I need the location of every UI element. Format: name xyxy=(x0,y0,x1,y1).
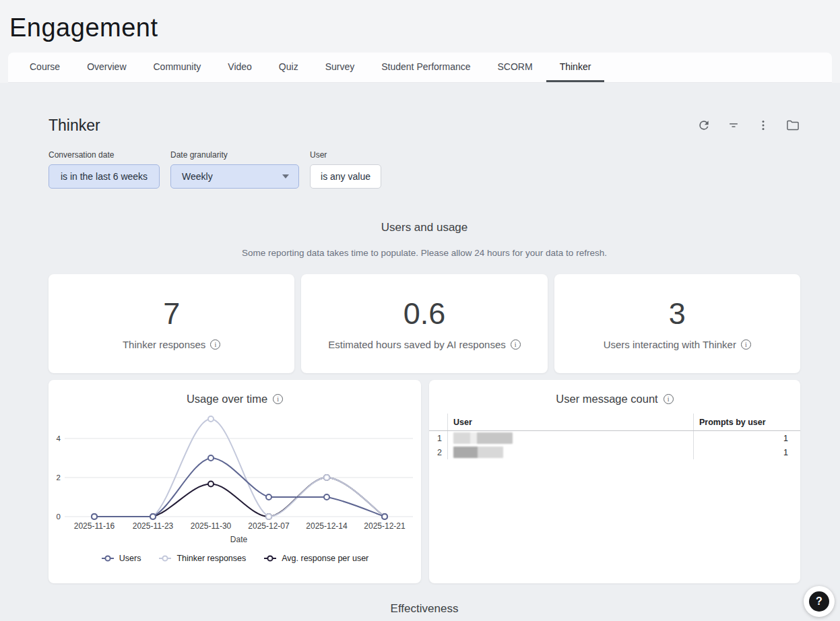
user-message-count-card: User message count i User Prompts by use… xyxy=(429,380,800,583)
filter-bar: Conversation date is in the last 6 weeks… xyxy=(49,150,800,189)
kpi-value: 3 xyxy=(669,297,686,331)
tab-quiz[interactable]: Quiz xyxy=(265,53,312,82)
tab-course[interactable]: Course xyxy=(16,53,73,82)
tab-student-performance[interactable]: Student Performance xyxy=(368,53,484,82)
data-point[interactable] xyxy=(208,482,214,487)
redacted-user-name xyxy=(453,432,513,444)
usage-chart-svg: 0242025-11-162025-11-232025-11-302025-12… xyxy=(49,410,421,547)
kpi-label: Users interacting with Thinker xyxy=(604,339,736,350)
info-icon[interactable]: i xyxy=(741,339,751,350)
user-message-table: User Prompts by user 1 1 2 1 xyxy=(429,414,800,459)
dashboard-content: Thinker Conversation date is in the xyxy=(0,83,840,621)
info-icon[interactable]: i xyxy=(273,394,283,404)
filter-label: Date granularity xyxy=(170,150,299,160)
legend-label: Thinker responses xyxy=(176,554,246,563)
data-point[interactable] xyxy=(92,514,97,519)
folder-icon[interactable] xyxy=(785,118,800,133)
y-tick-label: 4 xyxy=(57,434,61,443)
kpi-thinker-responses: 7 Thinker responses i xyxy=(49,274,294,373)
chart-legend: UsersThinker responsesAvg. response per … xyxy=(49,554,421,563)
legend-item[interactable]: Thinker responses xyxy=(158,554,246,563)
series-line xyxy=(94,458,385,517)
tab-community[interactable]: Community xyxy=(140,53,215,82)
data-point[interactable] xyxy=(266,494,271,500)
usage-over-time-card: Usage over time i 0242025-11-162025-11-2… xyxy=(49,380,421,583)
data-point[interactable] xyxy=(324,494,329,500)
date-granularity-select[interactable]: Weekly xyxy=(170,164,299,189)
table-title: User message count xyxy=(556,393,657,405)
tab-overview[interactable]: Overview xyxy=(73,53,139,82)
x-tick-label: 2025-11-30 xyxy=(191,521,232,531)
filter-label: User xyxy=(310,150,381,160)
conversation-date-chip[interactable]: is in the last 6 weeks xyxy=(49,164,160,189)
tab-bar: Course Overview Community Video Quiz Sur… xyxy=(8,53,832,83)
data-point[interactable] xyxy=(150,514,156,519)
tab-scorm[interactable]: SCORM xyxy=(484,53,546,82)
x-tick-label: 2025-12-21 xyxy=(364,521,406,531)
table-row: 1 1 xyxy=(429,431,800,445)
question-mark-icon: ? xyxy=(809,591,829,612)
filter-user: User is any value xyxy=(310,150,381,189)
x-tick-label: 2025-11-23 xyxy=(133,521,174,531)
legend-marker-icon xyxy=(158,554,172,562)
row-number-gutter xyxy=(429,414,448,430)
tab-survey[interactable]: Survey xyxy=(312,53,368,82)
data-point[interactable] xyxy=(324,475,329,480)
dashboard-toolbar xyxy=(697,118,800,133)
data-point[interactable] xyxy=(382,514,387,519)
prompts-value: 1 xyxy=(693,445,800,459)
table-row: 2 1 xyxy=(429,445,800,459)
info-icon[interactable]: i xyxy=(511,339,521,350)
y-tick-label: 2 xyxy=(57,473,61,482)
chevron-down-icon xyxy=(282,174,289,178)
kpi-value: 7 xyxy=(163,297,180,331)
filter-label: Conversation date xyxy=(49,150,160,160)
series-line xyxy=(94,419,385,517)
section-heading: Users and usage xyxy=(49,221,800,234)
legend-item[interactable]: Avg. response per user xyxy=(263,554,368,563)
legend-marker-icon xyxy=(101,554,115,562)
column-header-user[interactable]: User xyxy=(448,414,693,430)
row-number: 2 xyxy=(429,445,448,459)
data-point[interactable] xyxy=(208,416,214,422)
data-point[interactable] xyxy=(266,514,271,519)
help-button[interactable]: ? xyxy=(804,586,835,617)
tab-video[interactable]: Video xyxy=(214,53,265,82)
legend-marker-icon xyxy=(263,554,277,562)
effectiveness-heading: Effectiveness xyxy=(49,602,800,616)
legend-item[interactable]: Users xyxy=(101,554,141,563)
kpi-row: 7 Thinker responses i 0.6 Estimated hour… xyxy=(49,274,800,373)
x-tick-label: 2025-12-07 xyxy=(248,521,290,531)
filter-icon[interactable] xyxy=(726,118,741,133)
more-options-icon[interactable] xyxy=(756,118,771,133)
prompts-value: 1 xyxy=(693,431,800,445)
series-line xyxy=(94,478,385,517)
kpi-label: Thinker responses xyxy=(123,339,205,350)
page: Engagement Course Overview Community Vid… xyxy=(0,0,840,621)
kpi-label: Estimated hours saved by AI responses xyxy=(328,339,505,350)
x-tick-label: 2025-11-16 xyxy=(74,521,115,531)
column-header-prompts[interactable]: Prompts by user xyxy=(693,414,800,430)
dashboard-title: Thinker xyxy=(49,117,100,135)
x-axis-title: Date xyxy=(230,535,248,544)
kpi-hours-saved: 0.6 Estimated hours saved by AI response… xyxy=(301,274,547,373)
data-point[interactable] xyxy=(208,455,214,461)
tab-thinker[interactable]: Thinker xyxy=(546,53,605,82)
info-icon[interactable]: i xyxy=(210,339,220,350)
table-header-row: User Prompts by user xyxy=(429,414,800,431)
kpi-users-interacting: 3 Users interacting with Thinker i xyxy=(554,274,800,373)
row-number: 1 xyxy=(429,431,448,445)
filter-conversation-date: Conversation date is in the last 6 weeks xyxy=(49,150,160,189)
chart-title: Usage over time xyxy=(187,393,267,405)
kpi-value: 0.6 xyxy=(403,297,446,331)
filter-date-granularity: Date granularity Weekly xyxy=(170,150,299,189)
user-filter-chip[interactable]: is any value xyxy=(310,164,381,189)
visualization-row: Usage over time i 0242025-11-162025-11-2… xyxy=(49,380,800,583)
legend-label: Avg. response per user xyxy=(282,554,368,563)
x-tick-label: 2025-12-14 xyxy=(306,521,348,531)
refresh-icon[interactable] xyxy=(697,118,711,133)
redacted-user-name xyxy=(453,447,503,458)
info-icon[interactable]: i xyxy=(664,394,674,404)
y-tick-label: 0 xyxy=(57,513,61,521)
date-granularity-value: Weekly xyxy=(182,171,213,182)
